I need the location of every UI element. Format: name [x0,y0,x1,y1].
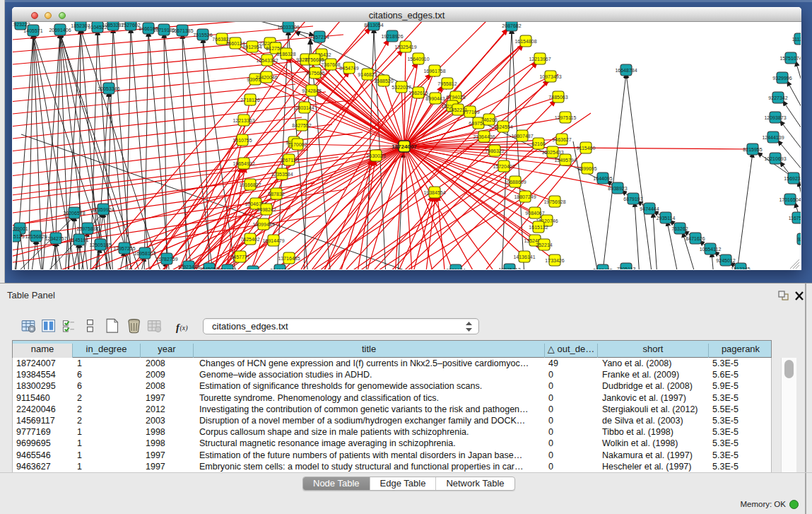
svg-text:2087682: 2087682 [502,23,521,28]
svg-text:9899695: 9899695 [577,166,596,171]
svg-text:19384554: 19384554 [423,190,445,195]
svg-text:23975887: 23975887 [76,226,98,231]
svg-text:2935114: 2935114 [657,216,676,221]
svg-text:17359924: 17359924 [92,207,114,212]
svg-text:10688609: 10688609 [504,180,526,185]
svg-text:21364436: 21364436 [473,134,495,139]
svg-text:14099489: 14099489 [252,222,274,227]
svg-text:8454749: 8454749 [339,66,358,71]
svg-text:17957255: 17957255 [113,246,135,251]
svg-text:19166827: 19166827 [239,182,261,187]
svg-text:7205113: 7205113 [617,267,636,270]
svg-text:2803144: 2803144 [295,105,314,110]
svg-text:8215955: 8215955 [743,147,762,152]
svg-text:2367608: 2367608 [321,62,340,67]
svg-text:2718126: 2718126 [240,98,259,103]
svg-text:16671385: 16671385 [171,28,193,33]
svg-text:3498242: 3498242 [257,207,276,212]
svg-text:2530023: 2530023 [366,153,385,158]
svg-text:252214: 252214 [536,243,552,247]
svg-text:6794028: 6794028 [446,95,465,100]
svg-text:10025433: 10025433 [541,150,563,155]
svg-text:3267110: 3267110 [280,158,299,163]
svg-text:1010755: 1010755 [233,138,252,143]
svg-text:1615132: 1615132 [529,225,548,230]
svg-text:8123405: 8123405 [593,268,612,270]
svg-text:7955812: 7955812 [437,81,457,86]
svg-text:111234: 111234 [792,37,801,42]
svg-text:23420046: 23420046 [255,75,277,80]
svg-text:10875312: 10875312 [498,267,520,270]
svg-text:9146821: 9146821 [358,72,377,77]
svg-text:9380124: 9380124 [446,268,465,270]
svg-text:20053346: 20053346 [98,86,119,91]
svg-text:9245012: 9245012 [716,258,735,263]
svg-text:1405571: 1405571 [23,28,42,33]
svg-text:12444139: 12444139 [762,135,784,140]
svg-text:12353584: 12353584 [271,172,293,177]
svg-text:13495794: 13495794 [554,158,576,163]
svg-text:12975115: 12975115 [555,115,577,120]
svg-text:9084067: 9084067 [525,211,544,216]
svg-text:16782759: 16782759 [155,257,177,262]
svg-text:746266: 746266 [481,117,497,122]
svg-text:12213967: 12213967 [529,57,551,62]
svg-text:12505185: 12505185 [89,243,111,247]
svg-text:10807487: 10807487 [511,134,533,139]
svg-text:763262: 763262 [671,226,688,231]
svg-text:12923448: 12923448 [177,264,199,269]
svg-text:7515526: 7515526 [193,33,212,37]
svg-text:9242848: 9242848 [302,88,321,93]
svg-text:1362615: 1362615 [408,90,428,95]
svg-text:1452211: 1452211 [449,107,468,112]
svg-text:2049137: 2049137 [270,268,289,270]
svg-text:10654112: 10654112 [700,247,722,252]
svg-text:15751074: 15751074 [779,56,801,61]
svg-text:8064521: 8064521 [218,268,237,270]
svg-text:16958107: 16958107 [134,251,155,256]
svg-text:1733426: 1733426 [545,258,564,263]
svg-text:587832: 587832 [268,192,284,197]
svg-text:18807249: 18807249 [514,194,536,199]
svg-text:10973493: 10973493 [539,74,561,79]
svg-text:14136141: 14136141 [513,255,535,259]
svg-text:8471626: 8471626 [686,236,705,241]
svg-text:9474444: 9474444 [640,206,659,211]
svg-text:16154808: 16154808 [514,39,536,44]
svg-text:7625402: 7625402 [240,237,259,242]
svg-text:12342757: 12342757 [45,236,66,241]
svg-text:3624554: 3624554 [493,124,512,129]
svg-text:1170062: 1170062 [288,142,307,147]
svg-text:1167534: 1167534 [789,216,801,221]
svg-text:16648784: 16648784 [615,68,637,73]
svg-text:16914479: 16914479 [262,238,284,243]
svg-text:8186328: 8186328 [276,52,295,57]
svg-text:12156829: 12156829 [25,234,47,239]
svg-text:3675685: 3675685 [305,71,324,76]
svg-text:1650233: 1650233 [243,269,262,270]
svg-text:3915123: 3915123 [13,234,25,239]
svg-text:20691406: 20691406 [49,28,71,33]
svg-text:13716485: 13716485 [278,256,300,261]
svg-text:8938923: 8938923 [608,186,627,191]
svg-text:18724007: 18724007 [392,144,417,150]
svg-text:16033309: 16033309 [277,25,299,30]
svg-text:10210693: 10210693 [764,156,786,161]
svg-text:9115460: 9115460 [577,146,596,151]
svg-text:15720407: 15720407 [493,164,514,169]
svg-text:8813054: 8813054 [364,23,383,28]
svg-text:8427552: 8427552 [292,123,311,128]
svg-text:19756928: 19756928 [543,199,565,204]
svg-text:9245052: 9245052 [199,267,218,270]
svg-text:6879197: 6879197 [623,197,642,201]
svg-text:9457771: 9457771 [230,255,249,259]
svg-text:7485063: 7485063 [548,95,567,100]
svg-text:62160: 62160 [531,141,546,146]
svg-text:12093873: 12093873 [764,115,786,120]
svg-text:8990443: 8990443 [425,96,445,101]
svg-text:9463627: 9463627 [552,137,571,142]
svg-text:12213363: 12213363 [233,118,254,123]
svg-text:7986322: 7986322 [485,148,504,153]
svg-text:(x): (x) [180,324,188,332]
svg-text:8756685: 8756685 [305,57,324,62]
